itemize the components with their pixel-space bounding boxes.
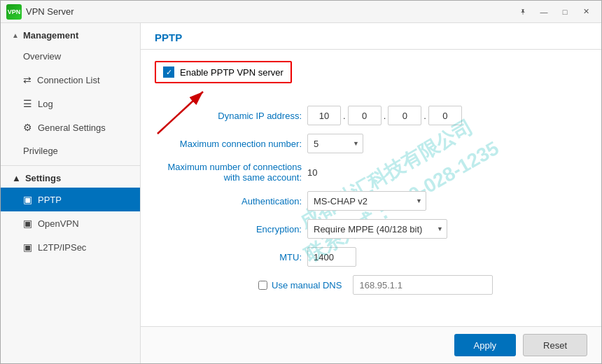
management-chevron-icon: ▲: [12, 31, 19, 39]
ip-octet3[interactable]: [388, 106, 421, 125]
max-connection-select-wrapper: 51234 678910: [307, 134, 363, 153]
mtu-row: MTU:: [155, 247, 587, 267]
auth-row: Authentication: MS-CHAP v2 PAP MS-CHAP: [155, 191, 587, 211]
window-title: VPN Server: [26, 6, 74, 17]
encryption-select-wrapper: Require MPPE (40/128 bit) Optional MPPE …: [307, 219, 447, 239]
titlebar: VPN VPN Server 🖈 — □ ✕: [1, 1, 601, 23]
max-same-value: 10: [307, 167, 317, 178]
l2tp-label: L2TP/IPSec: [38, 242, 86, 253]
max-same-label: Maximum number of connectionswith same a…: [155, 162, 302, 183]
general-settings-label: General Settings: [38, 122, 106, 133]
panel-body: 成都科汇科技有限公司 联系方式：400-028-1235 ✓: [141, 50, 601, 326]
app-logo: VPN: [6, 4, 22, 20]
pptp-label: PPTP: [38, 195, 62, 205]
max-connection-row: Maximum connection number: 51234 678910: [155, 134, 587, 153]
settings-label: Settings: [25, 173, 61, 183]
max-connection-label: Maximum connection number:: [155, 139, 302, 149]
enable-checkbox-wrapper[interactable]: ✓ Enable PPTP VPN server: [155, 61, 292, 83]
encryption-label: Encryption:: [155, 224, 302, 234]
close-button[interactable]: ✕: [576, 4, 596, 20]
panel-title: PPTP: [155, 31, 182, 43]
openvpn-icon: ▣: [23, 218, 32, 229]
pin-button[interactable]: 🖈: [513, 4, 533, 20]
dns-row: Use manual DNS: [155, 275, 587, 295]
management-section-header[interactable]: ▲ Management: [1, 23, 140, 45]
dynamic-ip-label: Dynamic IP address:: [155, 111, 302, 121]
mtu-input[interactable]: [307, 247, 356, 267]
ip-dot-1: .: [343, 111, 346, 121]
reset-button[interactable]: Reset: [523, 334, 587, 356]
sidebar-item-connection-list[interactable]: ⇄ Connection List: [1, 68, 140, 92]
right-panel: PPTP 成都科汇科技有限公司 联系方式：400-028-1235: [141, 23, 601, 363]
sidebar-item-privilege[interactable]: Privilege: [1, 139, 140, 162]
sidebar-item-general-settings[interactable]: ⚙ General Settings: [1, 115, 140, 139]
sidebar-item-pptp[interactable]: ▣ PPTP: [1, 188, 140, 211]
pptp-icon: ▣: [23, 194, 32, 205]
openvpn-label: OpenVPN: [38, 218, 79, 229]
dns-label: Use manual DNS: [272, 280, 342, 290]
sidebar-item-openvpn[interactable]: ▣ OpenVPN: [1, 211, 140, 235]
dynamic-ip-row: Dynamic IP address: . . .: [155, 106, 587, 125]
encryption-row: Encryption: Require MPPE (40/128 bit) Op…: [155, 219, 587, 239]
privilege-label: Privilege: [23, 146, 58, 156]
main-layout: ▲ Management Overview ⇄ Connection List …: [1, 23, 601, 363]
connection-list-label: Connection List: [37, 75, 100, 85]
panel-header: PPTP: [141, 23, 601, 50]
settings-chevron-icon: ▲: [12, 173, 21, 183]
management-label: Management: [23, 30, 78, 41]
connection-list-icon: ⇄: [23, 74, 31, 85]
panel-footer: Apply Reset: [141, 326, 601, 363]
dns-label-group: Use manual DNS: [155, 280, 342, 290]
overview-label: Overview: [23, 51, 61, 62]
ip-octet2[interactable]: [348, 106, 382, 125]
auth-select[interactable]: MS-CHAP v2 PAP MS-CHAP: [307, 191, 426, 211]
dns-input[interactable]: [353, 275, 493, 295]
ip-octet4[interactable]: [428, 106, 462, 125]
auth-label: Authentication:: [155, 196, 302, 206]
window-controls: 🖈 — □ ✕: [513, 4, 596, 20]
enable-label: Enable PPTP VPN server: [180, 67, 284, 78]
log-icon: ☰: [23, 98, 32, 109]
log-label: Log: [38, 99, 53, 109]
ip-dot-3: .: [424, 111, 426, 121]
sidebar-item-l2tp-ipsec[interactable]: ▣ L2TP/IPSec: [1, 235, 140, 259]
general-settings-icon: ⚙: [23, 122, 32, 133]
sidebar-item-log[interactable]: ☰ Log: [1, 92, 140, 115]
ip-group: . . .: [307, 106, 462, 125]
l2tp-icon: ▣: [23, 241, 32, 253]
maximize-button[interactable]: □: [555, 4, 575, 20]
enable-checkbox[interactable]: ✓: [163, 66, 174, 78]
apply-button[interactable]: Apply: [454, 334, 517, 356]
enable-checkbox-row: ✓ Enable PPTP VPN server: [155, 61, 587, 94]
minimize-button[interactable]: —: [534, 4, 554, 20]
sidebar: ▲ Management Overview ⇄ Connection List …: [1, 23, 141, 363]
dns-checkbox[interactable]: [258, 281, 267, 290]
main-window: VPN VPN Server 🖈 — □ ✕ ▲ Management Over…: [0, 0, 602, 364]
max-same-row: Maximum number of connectionswith same a…: [155, 162, 587, 183]
sidebar-item-overview[interactable]: Overview: [1, 45, 140, 68]
auth-select-wrapper: MS-CHAP v2 PAP MS-CHAP: [307, 191, 426, 211]
encryption-select[interactable]: Require MPPE (40/128 bit) Optional MPPE …: [307, 219, 447, 239]
mtu-label: MTU:: [155, 252, 302, 262]
ip-octet1[interactable]: [307, 106, 341, 125]
watermark: 成都科汇科技有限公司 联系方式：400-028-1235: [283, 106, 505, 270]
titlebar-left: VPN VPN Server: [6, 4, 74, 20]
settings-section-header[interactable]: ▲ Settings: [1, 165, 140, 188]
max-connection-select[interactable]: 51234 678910: [307, 134, 363, 153]
ip-dot-2: .: [384, 111, 386, 121]
